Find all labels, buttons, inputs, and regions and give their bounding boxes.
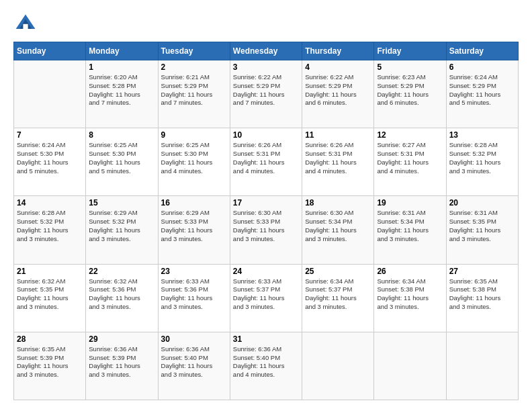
calendar-cell: 22Sunrise: 6:32 AMSunset: 5:36 PMDayligh… <box>86 264 158 332</box>
day-number: 22 <box>89 267 154 276</box>
calendar-cell: 20Sunrise: 6:31 AMSunset: 5:35 PMDayligh… <box>446 196 518 264</box>
day-info: Sunrise: 6:28 AMSunset: 5:32 PMDaylight:… <box>449 141 515 175</box>
day-number: 16 <box>161 198 227 208</box>
page: SundayMondayTuesdayWednesdayThursdayFrid… <box>0 0 532 411</box>
day-number: 10 <box>233 130 299 140</box>
calendar-cell: 24Sunrise: 6:33 AMSunset: 5:37 PMDayligh… <box>230 264 302 332</box>
calendar-cell: 31Sunrise: 6:36 AMSunset: 5:40 PMDayligh… <box>230 332 302 400</box>
day-header-saturday: Saturday <box>446 42 518 60</box>
calendar-cell: 1Sunrise: 6:20 AMSunset: 5:28 PMDaylight… <box>86 60 158 128</box>
calendar-cell <box>302 332 374 400</box>
calendar-week-5: 28Sunrise: 6:35 AMSunset: 5:39 PMDayligh… <box>14 332 519 400</box>
day-number: 26 <box>377 267 443 276</box>
header <box>13 11 519 35</box>
calendar-week-4: 21Sunrise: 6:32 AMSunset: 5:35 PMDayligh… <box>14 264 519 332</box>
svg-rect-2 <box>23 24 28 29</box>
day-number: 1 <box>89 62 154 72</box>
day-info: Sunrise: 6:33 AMSunset: 5:36 PMDaylight:… <box>161 277 227 312</box>
day-info: Sunrise: 6:34 AMSunset: 5:38 PMDaylight:… <box>377 277 443 312</box>
day-number: 31 <box>233 334 299 344</box>
day-info: Sunrise: 6:25 AMSunset: 5:30 PMDaylight:… <box>161 141 227 175</box>
day-number: 3 <box>233 62 299 72</box>
calendar-cell: 5Sunrise: 6:23 AMSunset: 5:29 PMDaylight… <box>374 60 446 128</box>
day-header-tuesday: Tuesday <box>158 42 230 60</box>
day-number: 30 <box>161 334 227 344</box>
day-number: 12 <box>377 130 443 140</box>
day-info: Sunrise: 6:32 AMSunset: 5:36 PMDaylight:… <box>89 277 154 312</box>
day-info: Sunrise: 6:36 AMSunset: 5:39 PMDaylight:… <box>89 345 154 379</box>
logo <box>13 11 40 35</box>
day-number: 28 <box>17 334 83 344</box>
day-number: 25 <box>305 267 371 276</box>
calendar-cell: 23Sunrise: 6:33 AMSunset: 5:36 PMDayligh… <box>158 264 230 332</box>
day-info: Sunrise: 6:26 AMSunset: 5:31 PMDaylight:… <box>305 141 371 175</box>
day-number: 20 <box>449 198 515 208</box>
calendar-header-row: SundayMondayTuesdayWednesdayThursdayFrid… <box>14 42 519 60</box>
calendar-cell: 15Sunrise: 6:29 AMSunset: 5:32 PMDayligh… <box>86 196 158 264</box>
day-number: 7 <box>17 130 83 140</box>
day-info: Sunrise: 6:35 AMSunset: 5:39 PMDaylight:… <box>17 345 83 379</box>
day-info: Sunrise: 6:30 AMSunset: 5:33 PMDaylight:… <box>233 209 299 243</box>
day-header-friday: Friday <box>374 42 446 60</box>
day-number: 15 <box>89 198 154 208</box>
calendar-cell: 11Sunrise: 6:26 AMSunset: 5:31 PMDayligh… <box>302 128 374 196</box>
day-info: Sunrise: 6:25 AMSunset: 5:30 PMDaylight:… <box>89 141 154 175</box>
calendar-cell: 7Sunrise: 6:24 AMSunset: 5:30 PMDaylight… <box>14 128 86 196</box>
day-info: Sunrise: 6:29 AMSunset: 5:33 PMDaylight:… <box>161 209 227 243</box>
calendar-cell: 10Sunrise: 6:26 AMSunset: 5:31 PMDayligh… <box>230 128 302 196</box>
day-header-wednesday: Wednesday <box>230 42 302 60</box>
day-number: 13 <box>449 130 515 140</box>
calendar-cell: 18Sunrise: 6:30 AMSunset: 5:34 PMDayligh… <box>302 196 374 264</box>
calendar-cell: 2Sunrise: 6:21 AMSunset: 5:29 PMDaylight… <box>158 60 230 128</box>
calendar-week-1: 1Sunrise: 6:20 AMSunset: 5:28 PMDaylight… <box>14 60 519 128</box>
day-number: 18 <box>305 198 371 208</box>
day-info: Sunrise: 6:22 AMSunset: 5:29 PMDaylight:… <box>233 73 299 107</box>
day-number: 23 <box>161 267 227 276</box>
day-info: Sunrise: 6:27 AMSunset: 5:31 PMDaylight:… <box>377 141 443 175</box>
day-info: Sunrise: 6:36 AMSunset: 5:40 PMDaylight:… <box>161 345 227 379</box>
day-info: Sunrise: 6:26 AMSunset: 5:31 PMDaylight:… <box>233 141 299 175</box>
calendar-cell: 19Sunrise: 6:31 AMSunset: 5:34 PMDayligh… <box>374 196 446 264</box>
calendar-cell: 17Sunrise: 6:30 AMSunset: 5:33 PMDayligh… <box>230 196 302 264</box>
day-number: 19 <box>377 198 443 208</box>
day-info: Sunrise: 6:30 AMSunset: 5:34 PMDaylight:… <box>305 209 371 243</box>
day-info: Sunrise: 6:36 AMSunset: 5:40 PMDaylight:… <box>233 345 299 379</box>
day-info: Sunrise: 6:20 AMSunset: 5:28 PMDaylight:… <box>89 73 154 107</box>
day-number: 11 <box>305 130 371 140</box>
day-info: Sunrise: 6:24 AMSunset: 5:30 PMDaylight:… <box>17 141 83 175</box>
day-info: Sunrise: 6:28 AMSunset: 5:32 PMDaylight:… <box>17 209 83 243</box>
calendar-cell: 21Sunrise: 6:32 AMSunset: 5:35 PMDayligh… <box>14 264 86 332</box>
calendar-cell <box>446 332 518 400</box>
day-number: 14 <box>17 198 83 208</box>
day-info: Sunrise: 6:31 AMSunset: 5:35 PMDaylight:… <box>449 209 515 243</box>
day-info: Sunrise: 6:23 AMSunset: 5:29 PMDaylight:… <box>377 73 443 107</box>
day-info: Sunrise: 6:35 AMSunset: 5:38 PMDaylight:… <box>449 277 515 312</box>
day-number: 2 <box>161 62 227 72</box>
calendar-cell: 28Sunrise: 6:35 AMSunset: 5:39 PMDayligh… <box>14 332 86 400</box>
calendar-cell: 27Sunrise: 6:35 AMSunset: 5:38 PMDayligh… <box>446 264 518 332</box>
day-number: 8 <box>89 130 154 140</box>
day-info: Sunrise: 6:21 AMSunset: 5:29 PMDaylight:… <box>161 73 227 107</box>
calendar-cell: 4Sunrise: 6:22 AMSunset: 5:29 PMDaylight… <box>302 60 374 128</box>
calendar-cell <box>374 332 446 400</box>
calendar-cell: 6Sunrise: 6:24 AMSunset: 5:29 PMDaylight… <box>446 60 518 128</box>
day-info: Sunrise: 6:22 AMSunset: 5:29 PMDaylight:… <box>305 73 371 107</box>
calendar-cell: 14Sunrise: 6:28 AMSunset: 5:32 PMDayligh… <box>14 196 86 264</box>
day-number: 27 <box>449 267 515 276</box>
calendar-cell: 29Sunrise: 6:36 AMSunset: 5:39 PMDayligh… <box>86 332 158 400</box>
calendar-cell: 13Sunrise: 6:28 AMSunset: 5:32 PMDayligh… <box>446 128 518 196</box>
day-number: 24 <box>233 267 299 276</box>
day-header-thursday: Thursday <box>302 42 374 60</box>
calendar: SundayMondayTuesdayWednesdayThursdayFrid… <box>13 42 519 400</box>
calendar-cell: 9Sunrise: 6:25 AMSunset: 5:30 PMDaylight… <box>158 128 230 196</box>
calendar-cell: 25Sunrise: 6:34 AMSunset: 5:37 PMDayligh… <box>302 264 374 332</box>
day-number: 21 <box>17 267 83 276</box>
day-number: 9 <box>161 130 227 140</box>
calendar-cell: 30Sunrise: 6:36 AMSunset: 5:40 PMDayligh… <box>158 332 230 400</box>
calendar-cell <box>14 60 86 128</box>
calendar-cell: 8Sunrise: 6:25 AMSunset: 5:30 PMDaylight… <box>86 128 158 196</box>
day-info: Sunrise: 6:31 AMSunset: 5:34 PMDaylight:… <box>377 209 443 243</box>
calendar-week-2: 7Sunrise: 6:24 AMSunset: 5:30 PMDaylight… <box>14 128 519 196</box>
calendar-cell: 12Sunrise: 6:27 AMSunset: 5:31 PMDayligh… <box>374 128 446 196</box>
logo-icon <box>13 11 38 35</box>
